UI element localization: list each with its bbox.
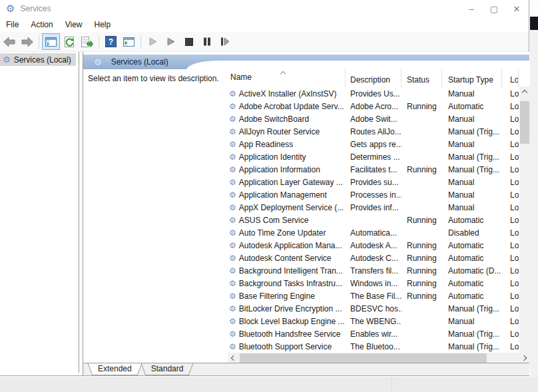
table-row[interactable]: ⚙Bluetooth Support Service The Bluetoo..… (228, 340, 519, 353)
service-description-cell: Determines ... (346, 152, 402, 162)
table-row[interactable]: ⚙Auto Time Zone Updater Automatica... Di… (228, 226, 519, 239)
service-description-cell: Windows in... (346, 279, 402, 288)
service-name-cell: ⚙ASUS Com Service (228, 216, 346, 225)
service-name-cell: ⚙Application Management (228, 190, 346, 200)
column-header-name[interactable]: Name (228, 69, 346, 87)
close-button[interactable]: ✕ (505, 0, 528, 17)
service-gear-icon: ⚙ (229, 191, 236, 199)
column-header-startup-type[interactable]: Startup Type (442, 69, 502, 87)
service-status-cell: Running (402, 216, 442, 225)
service-startup-type-cell: Manual (442, 140, 502, 149)
service-gear-icon: ⚙ (229, 140, 236, 148)
horizontal-scrollbar[interactable] (228, 353, 530, 363)
table-row[interactable]: ⚙Background Tasks Infrastru... Windows i… (228, 277, 519, 290)
background-window-body (530, 30, 538, 377)
service-gear-icon: ⚙ (229, 216, 236, 224)
show-console-tree-button[interactable] (42, 33, 60, 50)
service-description-cell: Gets apps re... (346, 140, 402, 149)
service-log-on-as-cell: Loc (502, 152, 519, 162)
minimize-button[interactable]: – (460, 0, 483, 17)
vertical-scrollbar-thumb[interactable] (520, 101, 529, 144)
table-row[interactable]: ⚙Application Layer Gateway ... Provides … (228, 176, 519, 188)
service-name-cell: ⚙AppX Deployment Service (... (228, 203, 346, 212)
scroll-left-arrow-icon[interactable] (228, 353, 238, 363)
background-area (0, 377, 538, 392)
menu-help[interactable]: Help (89, 20, 117, 29)
background-window-edge (392, 377, 392, 392)
table-row[interactable]: ⚙ASUS Com Service Running Automatic Loc (228, 214, 519, 226)
menu-view[interactable]: View (59, 20, 89, 29)
refresh-button[interactable] (60, 33, 78, 50)
service-gear-icon: ⚙ (229, 115, 236, 123)
service-log-on-as-cell: Loc (502, 127, 519, 136)
table-row[interactable]: ⚙Bluetooth Handsfree Service Enables wir… (228, 327, 519, 340)
service-gear-icon: ⚙ (229, 242, 236, 250)
service-gear-icon: ⚙ (229, 102, 236, 110)
table-row[interactable]: ⚙Application Information Facilitates t..… (228, 163, 519, 176)
table-row[interactable]: ⚙Adobe Acrobat Update Serv... Adobe Acro… (228, 100, 519, 112)
table-row[interactable]: ⚙App Readiness Gets apps re... Manual Lo… (228, 138, 519, 150)
vertical-scrollbar[interactable] (519, 87, 530, 370)
background-window-strip (530, 0, 538, 17)
column-header-description[interactable]: Description (346, 69, 402, 87)
restart-service-button[interactable] (216, 33, 234, 50)
table-row[interactable]: ⚙Background Intelligent Tran... Transfer… (228, 264, 519, 277)
forward-button[interactable] (18, 33, 36, 50)
column-header-log-on-as[interactable]: Log (502, 69, 519, 87)
maximize-button[interactable]: ▢ (483, 0, 505, 17)
service-name-cell: ⚙Background Tasks Infrastru... (228, 279, 346, 288)
tab-standard[interactable]: Standard (146, 363, 188, 375)
service-startup-type-cell: Automatic (D... (442, 266, 502, 276)
service-log-on-as-cell: Loc (502, 165, 519, 174)
table-row[interactable]: ⚙AllJoyn Router Service Routes AllJo... … (228, 125, 519, 138)
horizontal-scrollbar-thumb[interactable] (240, 353, 487, 363)
table-row[interactable]: ⚙Autodesk Application Mana... Autodesk A… (228, 239, 519, 252)
service-description-cell: Enables wir... (346, 329, 402, 339)
start-service-button[interactable] (144, 33, 162, 50)
pause-service-button[interactable] (198, 33, 216, 50)
service-name-cell: ⚙Autodesk Application Mana... (228, 241, 346, 250)
service-name-cell: ⚙Application Layer Gateway ... (228, 178, 346, 187)
service-gear-icon: ⚙ (229, 128, 236, 136)
scroll-up-arrow-icon[interactable] (519, 87, 530, 97)
tree-item-services-local[interactable]: ⚙ Services (Local) (0, 53, 76, 66)
service-description-cell: Facilitates t... (346, 165, 402, 174)
table-row[interactable]: ⚙AppX Deployment Service (... Provides i… (228, 201, 519, 214)
toolbar-separator (39, 35, 39, 49)
table-row[interactable]: ⚙Application Management Processes in... … (228, 188, 519, 201)
table-row[interactable]: ⚙Adobe SwitchBoard Adobe Swit... Manual … (228, 112, 519, 125)
service-status-cell: Running (402, 102, 442, 111)
service-log-on-as-cell: Loc (502, 178, 519, 187)
table-row[interactable]: ⚙ActiveX Installer (AxInstSV) Provides U… (228, 87, 519, 100)
service-gear-icon: ⚙ (229, 330, 236, 338)
service-startup-type-cell: Manual (442, 203, 502, 212)
table-row[interactable]: ⚙Block Level Backup Engine ... The WBENG… (228, 315, 519, 327)
service-description-cell: The Bluetoo... (346, 342, 402, 351)
resume-service-button[interactable] (162, 33, 180, 50)
service-gear-icon: ⚙ (229, 305, 236, 313)
service-description-cell: The Base Fil... (346, 292, 402, 301)
service-startup-type-cell: Manual (Trig... (442, 152, 502, 162)
scroll-right-arrow-icon[interactable] (519, 353, 530, 363)
table-row[interactable]: ⚙Autodesk Content Service Autodesk C... … (228, 252, 519, 264)
service-status-cell: Running (402, 254, 442, 263)
pane-header-gear-icon: ⚙ (94, 58, 102, 67)
table-row[interactable]: ⚙Application Identity Determines ... Man… (228, 150, 519, 163)
show-action-pane-button[interactable] (120, 33, 138, 50)
service-startup-type-cell: Manual (Trig... (442, 304, 502, 313)
service-startup-type-cell: Manual (Trig... (442, 329, 502, 339)
table-row[interactable]: ⚙Base Filtering Engine The Base Fil... R… (228, 290, 519, 302)
service-startup-type-cell: Manual (442, 317, 502, 326)
column-header-status[interactable]: Status (402, 69, 442, 87)
service-name-cell: ⚙Adobe Acrobat Update Serv... (228, 102, 346, 111)
help-button[interactable]: ? (102, 33, 120, 50)
table-row[interactable]: ⚙BitLocker Drive Encryption ... BDESVC h… (228, 302, 519, 315)
tab-extended[interactable]: Extended (93, 363, 136, 375)
menu-action[interactable]: Action (25, 20, 59, 29)
back-button[interactable] (0, 33, 18, 50)
service-gear-icon: ⚙ (229, 280, 236, 288)
service-name-cell: ⚙ActiveX Installer (AxInstSV) (228, 89, 346, 98)
menu-file[interactable]: File (0, 20, 25, 29)
stop-service-button[interactable] (180, 33, 198, 50)
export-list-button[interactable] (78, 33, 96, 50)
